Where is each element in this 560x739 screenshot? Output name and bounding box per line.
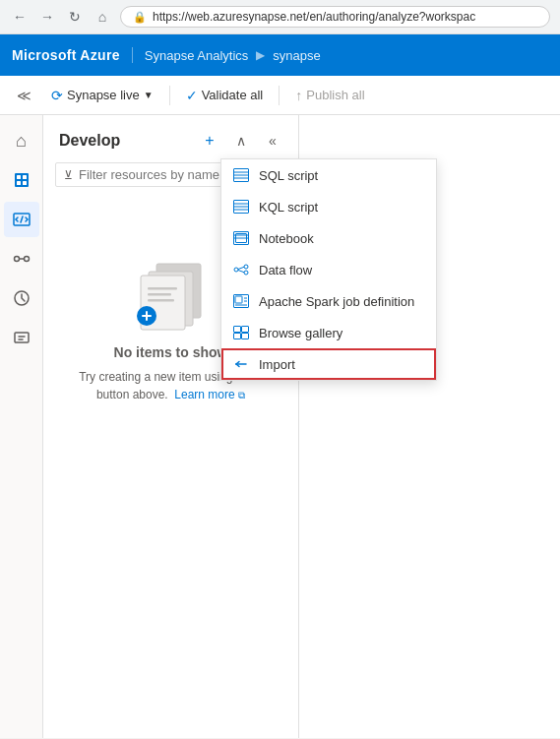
browser-chrome: ← → ↻ ⌂ 🔒 https://web.azuresynapse.net/e… [0,0,560,34]
validate-all-button[interactable]: ✓ Validate all [186,88,264,103]
back-button[interactable]: ← [10,7,30,27]
svg-rect-15 [148,299,174,302]
azure-topbar: Microsoft Azure Synapse Analytics ▶ syna… [0,34,560,76]
lock-icon: 🔒 [133,11,147,24]
breadcrumb-sep: ▶ [256,48,265,62]
browse-gallery-label: Browse gallery [259,326,342,340]
spark-job-icon [233,293,249,309]
manage-rail-icon[interactable] [4,320,39,355]
forward-button[interactable]: → [37,7,57,27]
svg-rect-41 [234,334,241,339]
svg-point-31 [234,268,238,272]
publish-all-label: Publish all [306,88,364,102]
data-flow-label: Data flow [259,263,312,277]
kql-script-label: KQL script [259,200,318,215]
collapse-sidebar-button[interactable]: ∧ [227,127,255,154]
svg-point-33 [244,271,248,275]
svg-rect-13 [148,287,177,290]
learn-more-link[interactable]: Learn more ⧉ [174,388,245,401]
address-bar[interactable]: 🔒 https://web.azuresynapse.net/en/author… [120,6,550,28]
home-rail-icon[interactable]: ⌂ [4,123,39,158]
learn-more-label: Learn more [174,388,234,401]
menu-item-spark-job[interactable]: Apache Spark job definition [221,285,436,317]
menu-item-data-flow[interactable]: Data flow [221,254,436,285]
svg-rect-40 [242,327,249,333]
synapse-live-chevron[interactable]: ▼ [144,90,154,100]
external-link-icon: ⧉ [238,390,245,400]
nav-synapse[interactable]: synapse [273,48,320,63]
sql-script-icon [233,167,249,183]
svg-rect-0 [15,173,29,187]
svg-rect-35 [235,296,242,303]
sidebar-actions: + ∧ « [196,127,286,154]
validate-all-label: Validate all [202,88,264,102]
data-flow-icon [233,262,249,277]
svg-rect-42 [242,334,249,339]
sidebar-panel: Develop + ∧ « ⊻ [43,115,299,738]
data-rail-icon[interactable] [4,162,39,198]
menu-item-browse-gallery[interactable]: Browse gallery [221,317,436,348]
collapse-panel-button[interactable]: ≪ [12,84,35,107]
notebook-icon [233,230,249,246]
sql-script-label: SQL script [259,168,318,183]
publish-all-button[interactable]: ↑ Publish all [295,88,364,103]
menu-item-notebook[interactable]: Notebook [221,222,436,254]
nav-synapse-analytics[interactable]: Synapse Analytics [145,48,249,63]
synapse-label: synapse [273,48,320,63]
monitor-rail-icon[interactable] [4,280,39,316]
synapse-live-icon: ⟳ [51,88,63,103]
main-layout: ⌂ [0,115,560,738]
svg-rect-2 [23,175,27,179]
empty-title: No items to show [114,344,228,360]
search-icon: ⊻ [64,168,73,182]
spark-job-label: Apache Spark job definition [259,294,414,309]
browser-toolbar: ← → ↻ ⌂ 🔒 https://web.azuresynapse.net/e… [0,0,560,33]
synapse-live-label: Synapse live [67,88,140,102]
icon-rail: ⌂ [0,115,43,738]
toolbar-divider-1 [169,86,170,105]
synapse-analytics-label: Synapse Analytics [145,48,249,63]
integrate-rail-icon[interactable] [4,241,39,277]
synapse-live-button[interactable]: ⟳ Synapse live ▼ [51,88,154,103]
kql-script-icon [233,199,249,215]
svg-rect-18 [146,311,148,321]
refresh-button[interactable]: ↻ [65,7,85,27]
second-toolbar: ≪ ⟳ Synapse live ▼ ✓ Validate all ↑ Publ… [0,76,560,115]
import-icon [233,356,249,372]
home-button[interactable]: ⌂ [93,7,112,27]
add-item-button[interactable]: + [196,127,223,154]
dropdown-menu: SQL script KQL script [220,158,437,381]
validate-icon: ✓ [186,88,198,103]
svg-point-32 [244,265,248,269]
develop-rail-icon[interactable] [4,202,39,237]
svg-rect-39 [234,327,241,333]
svg-point-6 [14,257,19,262]
notebook-label: Notebook [259,231,314,246]
toolbar-divider-2 [279,86,280,105]
empty-state-icon [127,254,216,333]
azure-brand[interactable]: Microsoft Azure [12,47,133,63]
svg-rect-9 [15,333,29,342]
svg-rect-3 [17,181,21,185]
browse-gallery-icon [233,325,249,340]
sidebar-header: Develop + ∧ « [43,115,298,162]
svg-rect-4 [23,181,27,185]
collapse-all-button[interactable]: « [259,127,286,154]
svg-rect-14 [148,293,171,296]
import-label: Import [259,357,295,372]
menu-item-kql-script[interactable]: KQL script [221,191,436,222]
menu-item-import[interactable]: Import [221,348,436,380]
svg-rect-1 [17,175,21,179]
svg-point-7 [24,257,29,262]
menu-item-sql-script[interactable]: SQL script [221,159,436,191]
publish-icon: ↑ [295,88,302,103]
sidebar-title: Develop [59,132,120,150]
url-text: https://web.azuresynapse.net/en/authorin… [153,10,475,24]
